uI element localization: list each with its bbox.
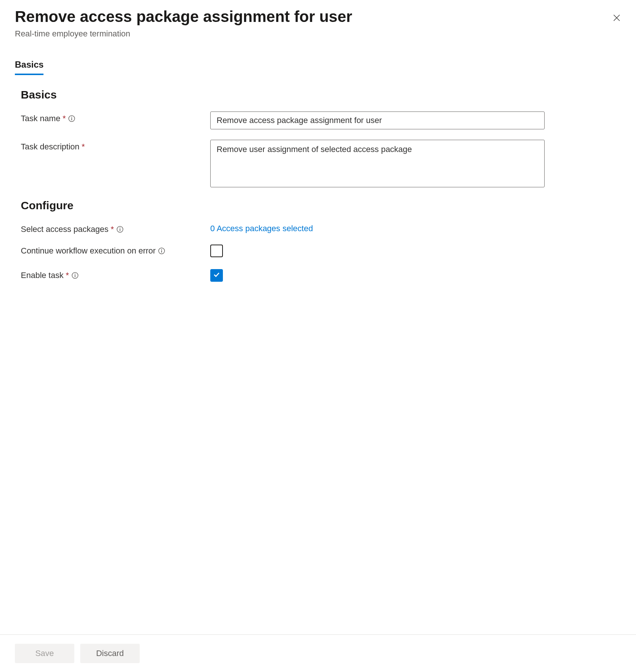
required-indicator: *: [66, 271, 69, 280]
svg-point-7: [161, 249, 162, 250]
svg-point-4: [119, 227, 120, 228]
close-button[interactable]: [609, 10, 624, 26]
task-description-input[interactable]: Remove user assignment of selected acces…: [210, 140, 545, 187]
access-packages-selected-link[interactable]: 0 Access packages selected: [210, 222, 313, 233]
field-enable-task: Enable task *: [21, 269, 621, 282]
enable-task-label: Enable task: [21, 271, 64, 280]
info-icon[interactable]: [71, 272, 79, 279]
page-subtitle: Real-time employee termination: [15, 29, 609, 39]
svg-rect-2: [71, 118, 72, 120]
panel-header: Remove access package assignment for use…: [15, 7, 621, 39]
info-icon[interactable]: [116, 226, 124, 233]
discard-button[interactable]: Discard: [80, 644, 140, 663]
task-name-label: Task name: [21, 114, 60, 123]
footer-actions: Save Discard: [0, 634, 636, 672]
close-icon: [612, 18, 621, 23]
svg-rect-5: [120, 229, 120, 231]
field-continue-on-error: Continue workflow execution on error: [21, 245, 621, 259]
select-access-packages-label: Select access packages: [21, 224, 108, 234]
tab-bar: Basics: [15, 59, 621, 75]
info-icon[interactable]: [68, 115, 75, 122]
enable-task-checkbox[interactable]: [210, 269, 223, 282]
continue-on-error-checkbox[interactable]: [210, 245, 223, 257]
required-indicator: *: [111, 224, 114, 234]
form-content: Basics Task name * Task description * Re…: [15, 75, 621, 672]
svg-point-10: [74, 274, 75, 274]
save-button[interactable]: Save: [15, 644, 74, 663]
task-name-input[interactable]: [210, 112, 545, 129]
section-basics-heading: Basics: [21, 88, 621, 101]
continue-on-error-label: Continue workflow execution on error: [21, 246, 156, 256]
field-select-access-packages: Select access packages * 0 Access packag…: [21, 222, 621, 234]
field-task-description: Task description * Remove user assignmen…: [21, 140, 621, 189]
checkmark-icon: [212, 271, 221, 280]
svg-rect-11: [75, 275, 75, 277]
tab-basics[interactable]: Basics: [15, 59, 43, 75]
svg-rect-8: [161, 251, 162, 253]
svg-point-1: [71, 117, 72, 117]
page-title: Remove access package assignment for use…: [15, 7, 609, 26]
required-indicator: *: [82, 142, 85, 152]
info-icon[interactable]: [158, 247, 165, 255]
field-task-name: Task name *: [21, 112, 621, 129]
section-configure-heading: Configure: [21, 199, 621, 212]
task-description-label: Task description: [21, 142, 80, 152]
required-indicator: *: [62, 114, 66, 123]
